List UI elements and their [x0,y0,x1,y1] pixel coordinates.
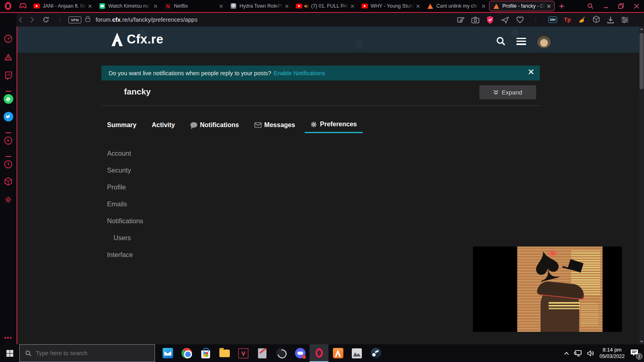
chrome-app-icon[interactable] [177,344,196,362]
download-icon[interactable] [607,16,614,24]
photos-app-icon[interactable] [347,344,366,362]
hamburger-menu-icon[interactable] [516,38,526,45]
adblock-shield-icon[interactable] [486,16,494,24]
play-circle-icon[interactable] [0,136,17,145]
discord-app-icon[interactable] [291,344,310,362]
minimize-button[interactable] [598,0,613,12]
page-scrollbar[interactable] [639,27,644,344]
mail-app-icon[interactable] [158,344,177,362]
valorant-app-icon[interactable]: V [234,344,253,362]
tab-close-icon[interactable] [87,3,93,9]
settings-gear-icon[interactable] [0,195,17,204]
scrollbar-thumb[interactable] [640,33,644,89]
tab-preferences[interactable]: Preferences [305,117,363,133]
menu-item-interface[interactable]: Interface [101,246,262,263]
volume-icon[interactable] [587,350,594,357]
scroll-up-icon[interactable] [639,27,644,32]
camera-icon[interactable] [471,16,479,23]
network-icon[interactable] [574,350,582,357]
taskbar-clock[interactable]: 8:14 pm 05/03/2022 [599,346,625,360]
start-button[interactable] [0,344,19,362]
close-window-button[interactable] [629,0,644,12]
tab-close-icon[interactable] [349,3,355,9]
tab-messages[interactable]: Messages [249,117,301,133]
extension-separator-dots: ⋮ [533,17,539,23]
browser-tab[interactable]: (7) 01. FULL PACK [292,1,358,11]
store-app-icon[interactable] [196,344,215,362]
vpn-badge[interactable]: VPN [68,16,81,23]
menu-item-notifications[interactable]: Notifications [101,212,262,229]
address-bar[interactable]: forum.cfx.re/u/fancky/preferences/apps [96,16,198,23]
tab-close-icon[interactable] [480,3,487,9]
tab-summary[interactable]: Summary [101,117,142,133]
quill-app-icon[interactable] [253,344,272,362]
banner-close-icon[interactable] [528,69,534,75]
tab-close-icon[interactable] [545,3,552,9]
tab-notifications[interactable]: Notifications [185,117,245,133]
tab-search-button[interactable] [583,0,598,12]
action-center-icon[interactable]: 2 [630,348,640,358]
browser-tab[interactable]: Cant unlink my cfx a [423,1,489,11]
browser-tab[interactable]: JANI - Anjaan ft. Nab [30,1,95,11]
edit-snapshot-icon[interactable] [457,16,464,24]
lock-icon[interactable] [85,18,90,22]
browser-tab[interactable]: Watch Kimetsu no Ya [95,1,161,11]
booster-icon[interactable] [0,53,17,62]
forward-button[interactable] [31,17,43,23]
tab-activity[interactable]: Activity [146,117,181,133]
history-clock-icon[interactable] [0,160,17,169]
file-explorer-icon[interactable] [215,344,234,362]
opera-menu-button[interactable] [0,0,16,12]
profile-avatar[interactable] [101,82,102,90]
pip-video[interactable]: ♠ [473,247,622,332]
extensions-cube-icon[interactable] [0,177,17,187]
enable-notifications-link[interactable]: Enable Notifications [274,70,325,76]
sih-extension-icon[interactable]: SIH [548,16,557,23]
browser-tab[interactable]: N Netflix [161,1,227,11]
extensions-cube-icon[interactable] [592,16,600,24]
tray-chevron-up-icon[interactable] [564,352,569,355]
browser-tab[interactable]: Hydra Town RolePlay [227,1,292,11]
header-actions [496,34,551,49]
menu-item-profile[interactable]: Profile [101,179,262,195]
opera-gx-app-icon[interactable] [310,344,328,362]
browser-tab-active[interactable]: Profile - fancky - Cfx [489,1,555,11]
sidebar-separator [0,132,17,133]
new-tab-button[interactable] [555,0,568,12]
header-avatar[interactable] [537,34,551,49]
restore-button[interactable] [613,0,629,12]
expand-button[interactable]: Expand [479,85,536,99]
ellipsis-icon[interactable]: ••• [0,335,17,341]
tp-extension-icon[interactable]: Tp [564,16,571,23]
twitch-icon[interactable] [0,71,17,80]
menu-item-emails[interactable]: Emails [101,195,262,212]
fivem-app-icon[interactable] [328,344,347,362]
bookmark-heart-icon[interactable] [516,16,524,23]
back-button[interactable] [19,17,31,23]
tab-close-icon[interactable] [152,3,159,9]
scroll-down-icon[interactable] [639,339,644,344]
tab-close-icon[interactable] [415,3,421,9]
taskbar-search[interactable] [19,344,155,362]
taskbar-search-input[interactable] [36,350,136,356]
search-icon[interactable] [496,36,506,46]
tune-sliders-icon[interactable] [621,16,629,23]
obs-app-icon[interactable] [272,344,291,362]
profile-tabs: Summary Activity Notifications Messages … [101,117,367,133]
gx-corner-icon[interactable] [16,0,30,12]
flow-paper-plane-icon[interactable] [501,16,509,24]
browser-tab[interactable]: WHY - Young Stunne [358,1,423,11]
twitter-icon[interactable] [0,112,17,121]
tab-close-icon[interactable] [283,3,290,9]
menu-item-account[interactable]: Account [101,145,262,162]
site-logo[interactable]: Cfx.re [109,31,163,47]
steam-app-icon[interactable] [366,344,385,362]
speedometer-icon[interactable] [0,34,17,43]
tab-close-icon[interactable] [218,3,224,9]
aria-bird-icon[interactable] [578,16,586,24]
menu-item-users[interactable]: Users [101,229,262,246]
whatsapp-icon[interactable] [0,94,17,104]
reload-button[interactable] [43,16,55,23]
menu-item-security[interactable]: Security [101,162,262,179]
tv-favicon [99,3,105,9]
